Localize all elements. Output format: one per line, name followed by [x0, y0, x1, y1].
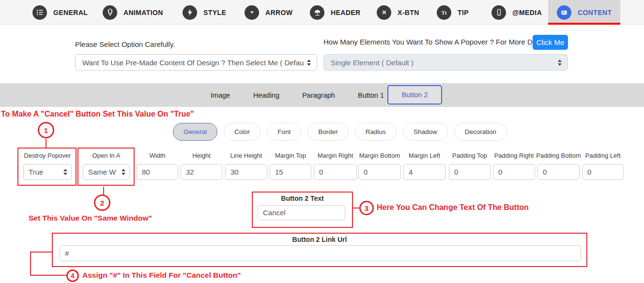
svg-text:Tt: Tt [442, 10, 447, 15]
select-value: Want To Use Pre-Made Content Of Design ?… [82, 59, 304, 67]
tab-label: GENERAL [53, 9, 88, 16]
pill-shadow[interactable]: Shadow [403, 123, 448, 141]
tab-content[interactable]: CONTENT [557, 0, 612, 25]
tab-style[interactable]: STYLE [183, 0, 226, 25]
padding-bottom-field[interactable] [537, 164, 580, 180]
click-me-button[interactable]: Click Me [533, 35, 568, 50]
tab-button-1[interactable]: Button 1 [355, 91, 387, 99]
element-count-select[interactable]: Single Element ( Default ) [323, 54, 568, 71]
top-nav: GENERAL ANIMATION STYLE ARROW HEADER [0, 0, 644, 25]
tab-x-btn[interactable]: X-BTN [377, 0, 419, 25]
field-label-padding-left: Padding Left [579, 152, 627, 159]
field-label-height: Height [177, 152, 226, 159]
padding-top-field[interactable] [449, 164, 491, 180]
premade-content-select[interactable]: Want To Use Pre-Made Content Of Design ?… [75, 54, 317, 71]
field-label-width: Width [133, 152, 182, 159]
annotation-marker-1: 1 [38, 122, 54, 138]
close-icon [377, 5, 391, 20]
tab-label: @MEDIA [512, 9, 542, 16]
line-height-field[interactable] [225, 164, 267, 180]
button2-url-label: Button 2 Link Url [52, 236, 587, 243]
tab-label: STYLE [203, 9, 226, 16]
annotation-note-3: Here You Can Change Text Of The Button [377, 203, 529, 212]
updown-icon [122, 169, 125, 175]
padding-right-field[interactable] [493, 164, 535, 180]
umbrella-icon [310, 5, 324, 20]
annotation-note-1: To Make A "Cancel" Button Set This Value… [1, 110, 194, 119]
pill-color[interactable]: Color [224, 123, 261, 141]
pill-font[interactable]: Font [267, 123, 301, 141]
tab-tip[interactable]: Tt TIP [437, 0, 469, 25]
height-field[interactable] [181, 164, 222, 180]
updown-icon [307, 60, 311, 66]
tab-label: ARROW [265, 9, 292, 16]
tab-media[interactable]: @MEDIA [491, 0, 542, 25]
pill-radius[interactable]: Radius [355, 123, 397, 141]
bolt-icon [183, 5, 197, 20]
button2-url-field[interactable] [60, 245, 581, 261]
text-format-icon: Tt [437, 5, 451, 20]
tab-arrow[interactable]: ARROW [245, 0, 292, 25]
annotation-line-4b [30, 252, 31, 276]
annotation-note-2: Set This Value On "Same Window" [29, 214, 152, 223]
margin-top-field[interactable] [270, 164, 311, 180]
field-label-destroy-popover: Destroy Popover [18, 152, 77, 159]
field-label-margin-right: Margin Right [310, 152, 360, 159]
select-value: Single Element ( Default ) [331, 59, 414, 67]
field-label-line-height: Line Height [222, 152, 271, 159]
button2-text-label: Button 2 Text [252, 194, 353, 202]
caret-down-icon [245, 5, 259, 20]
style-tabs: General Color Font Border Radius Shadow … [173, 123, 507, 141]
annotation-line-4a [30, 252, 52, 253]
field-label-margin-top: Margin Top [266, 152, 315, 159]
margin-left-field[interactable] [403, 164, 445, 180]
width-field[interactable] [137, 164, 178, 180]
tab-header[interactable]: HEADER [310, 0, 361, 25]
field-label-padding-right: Padding Right [490, 152, 538, 159]
pill-border[interactable]: Border [307, 123, 349, 141]
open-in-a-select[interactable]: Same Window [83, 164, 130, 180]
updown-icon [558, 60, 562, 66]
button2-text-field[interactable] [258, 205, 345, 220]
popover-settings-page: GENERAL ANIMATION STYLE ARROW HEADER [0, 0, 644, 283]
tab-label: ANIMATION [123, 9, 163, 16]
destroy-popover-select[interactable]: True [23, 164, 72, 180]
tab-label: CONTENT [578, 9, 612, 16]
annotation-marker-2: 2 [94, 194, 110, 211]
tab-button-2[interactable]: Button 2 [387, 85, 442, 104]
field-label-padding-bottom: Padding Bottom [533, 152, 584, 159]
annotation-line-2 [103, 187, 104, 195]
annotation-line-4c [31, 275, 66, 276]
pill-decoration[interactable]: Decoration [454, 123, 507, 141]
tab-paragraph[interactable]: Paragraph [300, 91, 337, 99]
field-label-open-in-a: Open In A [78, 152, 135, 159]
tab-label: X-BTN [398, 9, 419, 16]
field-label-margin-left: Margin Left [400, 152, 449, 159]
balloon-icon [103, 5, 117, 20]
tab-general[interactable]: GENERAL [32, 0, 88, 25]
select-value: True [29, 168, 43, 176]
annotation-marker-4: 4 [66, 269, 79, 282]
mobile-device-icon [491, 5, 506, 20]
annotation-line-1 [46, 139, 46, 148]
card-icon [557, 5, 571, 20]
annotation-note-4: Assign "#" In This Field For "Cancel But… [82, 271, 241, 280]
options-right-label: How Many Elements You Want To Show A Pop… [323, 38, 550, 46]
pill-general[interactable]: General [173, 123, 217, 141]
tab-label: HEADER [331, 9, 361, 16]
select-value: Same Window [88, 168, 116, 176]
list-icon [32, 5, 47, 20]
tab-label: TIP [458, 9, 469, 16]
updown-icon [63, 169, 67, 175]
margin-bottom-field[interactable] [358, 164, 401, 180]
tab-animation[interactable]: ANIMATION [103, 0, 163, 25]
field-label-padding-top: Padding Top [445, 152, 494, 159]
padding-left-field[interactable] [582, 164, 624, 180]
options-left-label: Please Select Option Carefully. [75, 40, 175, 48]
annotation-line-3 [353, 208, 359, 209]
margin-right-field[interactable] [314, 164, 357, 180]
field-label-margin-bottom: Margin Bottom [355, 152, 404, 159]
tab-heading[interactable]: Heading [251, 91, 282, 99]
annotation-marker-3: 3 [359, 201, 374, 215]
tab-image[interactable]: Image [206, 91, 235, 99]
